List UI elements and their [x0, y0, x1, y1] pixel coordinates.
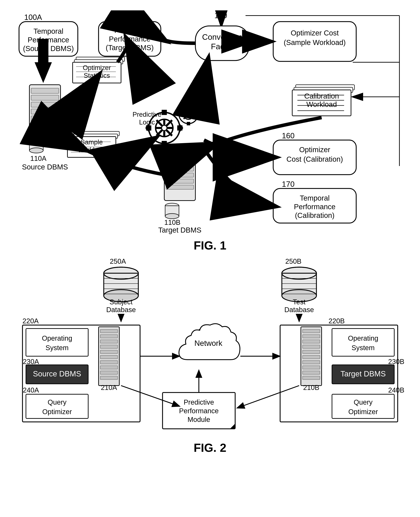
ref-100b: 100B: [112, 13, 130, 22]
svg-rect-122: [303, 345, 320, 348]
svg-rect-106: [100, 340, 118, 343]
temporal-calib-label2: Performance: [294, 203, 336, 211]
opt-stats-label1: Optimizer: [83, 64, 111, 71]
svg-rect-72: [166, 179, 194, 183]
svg-rect-64: [177, 112, 181, 116]
conversion-label2: Factor: [211, 42, 233, 51]
svg-rect-71: [166, 173, 194, 177]
svg-rect-22: [31, 88, 59, 93]
query-opt-right-label2: Optimizer: [348, 408, 378, 415]
svg-rect-111: [100, 366, 118, 369]
svg-rect-107: [100, 345, 118, 348]
ref-180: 180: [214, 11, 227, 20]
svg-rect-119: [303, 330, 320, 333]
ppm-label2: Performance: [179, 407, 219, 415]
predictive-logic-label2: Logic: [139, 119, 155, 126]
svg-rect-24: [31, 102, 59, 107]
ref-220a: 220A: [22, 317, 39, 325]
fig2-container: 250A Subject Database 250B: [14, 256, 406, 463]
predicted-label3: (Target DBMS): [106, 44, 154, 52]
temporal-source-label1: Temporal: [34, 27, 63, 35]
ref-100a: 100A: [24, 13, 42, 22]
sample-wl-label1: Sample: [81, 138, 103, 146]
svg-rect-112: [100, 371, 118, 374]
svg-rect-69: [166, 161, 194, 165]
page: 100A 100B Temporal Performance (Source D…: [0, 0, 420, 517]
fig2-diagram: 250A Subject Database 250B: [14, 256, 406, 437]
ref-210b: 210B: [303, 384, 319, 391]
subject-db-label1: Subject: [109, 298, 132, 306]
fig2-label: FIG. 2: [14, 441, 406, 454]
query-opt-right-label1: Query: [354, 398, 373, 406]
svg-rect-113: [100, 376, 118, 380]
svg-rect-120: [303, 335, 320, 338]
ref-110b: 110B: [164, 218, 180, 226]
subject-db-label2: Database: [106, 306, 136, 314]
svg-rect-123: [303, 350, 320, 354]
ref-240a: 240A: [23, 386, 39, 394]
ref-220b: 220B: [329, 317, 345, 325]
opt-cost-sample-label1: Optimizer Cost: [291, 29, 339, 37]
ref-230b: 230B: [388, 358, 404, 365]
ref-110a: 110A: [30, 155, 46, 162]
opt-cost-calib-label2: Cost (Calibration): [286, 155, 343, 163]
svg-rect-117: [332, 329, 394, 356]
calib-wl-label2: Workload: [306, 100, 337, 108]
svg-rect-25: [31, 109, 59, 114]
ref-250b: 250B: [285, 257, 301, 265]
svg-rect-63: [196, 112, 200, 116]
ref-250a: 250A: [110, 257, 126, 265]
svg-rect-128: [303, 376, 320, 380]
test-db-label1: Test: [293, 298, 305, 306]
os-right-label2: System: [352, 344, 375, 352]
opt-cost-sample-label2: (Sample Workload): [284, 38, 346, 46]
query-opt-left-label2: Optimizer: [42, 408, 72, 415]
ref-160: 160: [282, 131, 294, 140]
predicted-label1: Predicted: [114, 26, 145, 34]
svg-rect-125: [303, 360, 320, 364]
ref-240b: 240B: [388, 386, 404, 394]
query-opt-left-label1: Query: [48, 398, 67, 406]
svg-rect-26: [31, 116, 59, 121]
svg-rect-108: [100, 350, 118, 354]
svg-rect-46: [162, 110, 167, 115]
os-right-label1: Operating: [348, 334, 378, 342]
svg-rect-73: [166, 185, 194, 189]
fig1-container: 100A 100B Temporal Performance (Source D…: [14, 10, 406, 256]
ppm-label1: Predictive: [184, 398, 214, 406]
calib-wl-label1: Calibration: [304, 92, 339, 100]
source-dbms-label: Source DBMS: [22, 163, 68, 171]
temporal-calib-label3: (Calibration): [295, 211, 335, 219]
svg-rect-27: [31, 123, 59, 128]
os-left-label2: System: [45, 344, 68, 352]
conversion-label1: Conversion: [202, 32, 242, 42]
ref-210a: 210A: [101, 384, 117, 391]
svg-rect-62: [187, 122, 190, 125]
ref-230a: 230A: [23, 358, 39, 365]
svg-point-76: [165, 214, 179, 219]
svg-rect-126: [303, 366, 320, 369]
ref-170: 170: [282, 180, 294, 188]
svg-rect-102: [26, 329, 88, 356]
svg-rect-109: [100, 355, 118, 359]
test-db-label2: Database: [284, 306, 314, 314]
opt-cost-calib-label1: Optimizer: [299, 146, 330, 154]
source-dbms-fig2-label: Source DBMS: [33, 369, 81, 378]
fig1-label: FIG. 1: [14, 239, 406, 252]
svg-rect-121: [303, 340, 320, 343]
ppm-label3: Module: [188, 416, 210, 423]
ref-150: 150: [173, 145, 186, 154]
svg-rect-105: [100, 335, 118, 338]
svg-rect-70: [166, 167, 194, 171]
svg-rect-110: [100, 360, 118, 364]
target-dbms-label: Target DBMS: [158, 226, 202, 234]
svg-rect-127: [303, 371, 320, 374]
fig1-diagram: 100A 100B Temporal Performance (Source D…: [14, 10, 406, 235]
network-label: Network: [194, 339, 222, 347]
svg-rect-23: [31, 95, 59, 100]
svg-point-67: [187, 112, 190, 116]
svg-rect-124: [303, 355, 320, 359]
os-left-label1: Operating: [42, 334, 72, 342]
target-dbms-fig2-label: Target DBMS: [340, 369, 386, 378]
svg-point-30: [29, 148, 43, 153]
